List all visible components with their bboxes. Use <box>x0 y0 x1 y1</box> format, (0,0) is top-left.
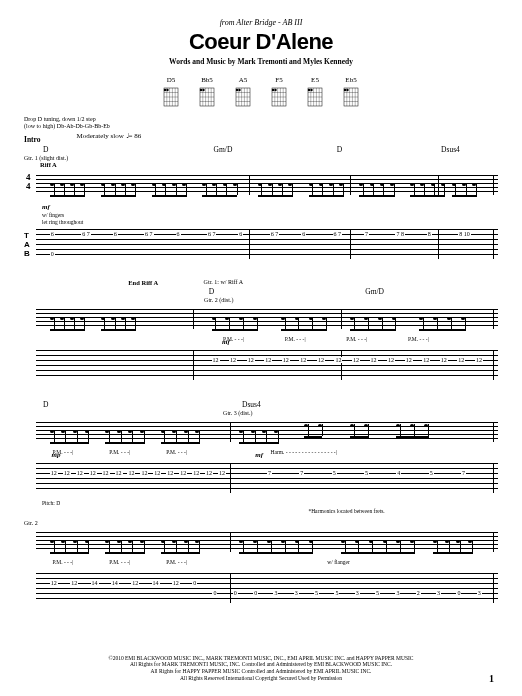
pm-3a: P.M. - - -| <box>52 449 73 455</box>
svg-point-8 <box>164 89 166 91</box>
tab-num: 12 <box>405 357 413 363</box>
perf-fingers: w/ fingers <box>42 212 498 218</box>
system-1: Intro Moderately slow ♩= 86 DGm/DDDsus4 … <box>24 132 498 265</box>
svg-point-59 <box>346 89 348 91</box>
chord-line-3: DDsus4 <box>24 400 498 409</box>
chord-line-1: DGm/DDDsus4 <box>24 145 498 154</box>
svg-point-19 <box>202 89 204 91</box>
perf-letring: let ring throughout <box>42 219 498 225</box>
chord-Eb5: Eb5 <box>342 76 360 108</box>
pm-3g: P.M. - - -| <box>166 559 187 565</box>
pm-2a: P.M. - - -| <box>223 336 244 342</box>
tab-label-1: TAB <box>24 231 30 258</box>
tab-3a: 12121212121212121212121212127755457 <box>24 463 498 499</box>
staff-2 <box>24 303 498 335</box>
svg-point-29 <box>238 89 240 91</box>
pm-2b: P.M. - - -| <box>285 336 306 342</box>
svg-point-39 <box>274 89 276 91</box>
tab-num: 12 <box>334 357 342 363</box>
tab-3b: 12121414121412000033553532303 <box>24 573 498 609</box>
source-line: from Alter Bridge - AB III <box>24 18 498 27</box>
chord-diagrams: D5Bb5A5F5E5Eb5 <box>24 76 498 108</box>
chord-line-2: DGm/D <box>24 287 498 296</box>
pm-2d: P.M. - - -| <box>408 336 429 342</box>
svg-point-38 <box>272 89 274 91</box>
chord-Bb5: Bb5 <box>198 76 216 108</box>
system-3: DDsus4 Gtr. 3 (dist.) mp P.M. - - -| P.M… <box>24 400 498 609</box>
pm-3e: P.M. - - -| <box>52 559 73 565</box>
tuning-notes: (low to high) Db-Ab-Db-Gb-Bb-Eb <box>24 123 110 129</box>
system-2: End Riff A Gtr. 1: w/ Riff A DGm/D Gtr. … <box>24 279 498 386</box>
pm-3f: P.M. - - -| <box>109 559 130 565</box>
tab-num: 12 <box>387 357 395 363</box>
chord-D5: D5 <box>162 76 180 108</box>
tab-num: 12 <box>440 357 448 363</box>
tab-num: 12 <box>299 357 307 363</box>
chord-symbol: Gm/D <box>214 145 233 154</box>
svg-point-58 <box>344 89 346 91</box>
credits: Words and Music by Mark Tremonti and Myl… <box>24 57 498 66</box>
tuning-label: Drop D tuning, down 1/2 step <box>24 116 96 122</box>
tab-num: 12 <box>247 357 255 363</box>
gtr1-riff-note: Gtr. 1: w/ Riff A <box>204 279 243 285</box>
chord-F5: F5 <box>270 76 288 108</box>
tab-1: TAB 66 766 766 766 766 777 888 100 <box>24 229 498 265</box>
tab-num: 12 <box>282 357 290 363</box>
chord-E5: E5 <box>306 76 324 108</box>
copyright: ©2010 EMI BLACKWOOD MUSIC INC., MARK TRE… <box>0 655 522 683</box>
tab-num: 12 <box>352 357 360 363</box>
tuning-info: Drop D tuning, down 1/2 step (low to hig… <box>24 116 498 130</box>
tab-num: 12 <box>212 357 220 363</box>
section-intro: Intro <box>24 135 41 144</box>
tab-num: 12 <box>317 357 325 363</box>
page-number: 1 <box>489 673 494 684</box>
chord-symbol: D <box>43 400 48 409</box>
flanger-label: w/ flanger <box>327 559 349 565</box>
tab-num: 12 <box>422 357 430 363</box>
svg-point-28 <box>236 89 238 91</box>
pitch-row: Pitch: D <box>42 500 498 506</box>
dynamic-mf-1: mf <box>42 203 498 211</box>
svg-point-9 <box>166 89 168 91</box>
chord-A5: A5 <box>234 76 252 108</box>
chord-symbol: D <box>337 145 342 154</box>
tab-num: 12 <box>229 357 237 363</box>
tempo-marking: Moderately slow ♩= 86 <box>77 132 142 143</box>
chord-symbol: Dsus4 <box>242 400 261 409</box>
pm-3b: P.M. - - -| <box>109 449 130 455</box>
tab-num: 12 <box>264 357 272 363</box>
svg-point-18 <box>200 89 202 91</box>
riff-a-label: Riff A <box>40 161 498 168</box>
tab-2: 12121212121212121212121212121212 <box>24 350 498 386</box>
pm-3c: P.M. - - -| <box>166 449 187 455</box>
chord-symbol: D <box>43 145 48 154</box>
svg-point-48 <box>308 89 310 91</box>
tab-num: 12 <box>475 357 483 363</box>
time-sig: 44 <box>26 173 31 191</box>
tab-num: 12 <box>370 357 378 363</box>
chord-symbol: Dsus4 <box>441 145 460 154</box>
pm-2c: P.M. - - -| <box>346 336 367 342</box>
end-riff-label: End Riff A <box>128 279 158 286</box>
harm-footnote: *Harmonics located between frets. <box>308 508 498 514</box>
svg-point-49 <box>310 89 312 91</box>
chord-symbol: Gm/D <box>365 287 384 296</box>
staff-3a <box>24 416 498 448</box>
staff-3b <box>24 526 498 558</box>
chord-symbol: D <box>209 287 214 296</box>
staff-1: 44 <box>24 169 498 201</box>
song-title: Coeur D'Alene <box>24 29 498 55</box>
tab-num: 12 <box>457 357 465 363</box>
dynamic-mf-3: mf <box>255 451 263 459</box>
harm-label: Harm. - - - - - - - - - - - - - - - -| <box>270 449 336 455</box>
